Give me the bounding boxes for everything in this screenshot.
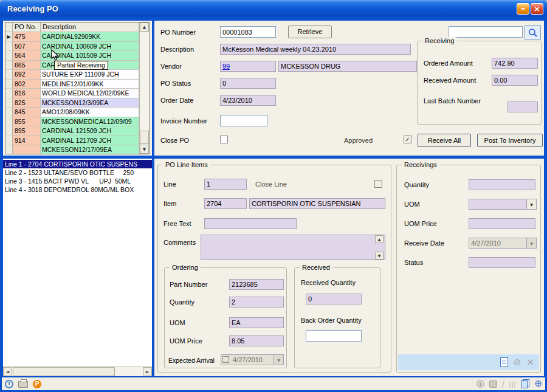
printer-icon[interactable] [18, 381, 28, 388]
comments-scroll-down-button[interactable]: ▼ [375, 252, 384, 260]
receivings-uom-price-field[interactable] [469, 218, 535, 229]
invoice-number-input[interactable] [220, 115, 267, 126]
po-no-cell[interactable]: 802 [13, 80, 41, 89]
po-no-cell[interactable]: 825 [13, 98, 41, 108]
po-no-column-header[interactable]: PO No. [13, 22, 41, 32]
po-no-cell[interactable] [13, 145, 41, 154]
po-no-cell[interactable]: 845 [13, 108, 41, 117]
grid-row[interactable]: MCKESSON12/17/09EA [5, 145, 139, 154]
save-record-icon[interactable] [500, 357, 508, 367]
receivings-uom-dropdown-icon[interactable]: ▼ [526, 199, 536, 209]
line-list-item[interactable]: Line 3 - 1415 BACIT PWD VL UPJ 50ML [3, 177, 152, 185]
po-no-cell[interactable]: 692 [13, 70, 41, 80]
info-icon[interactable]: i [476, 380, 484, 388]
po-no-cell[interactable]: 895 [13, 126, 41, 136]
po-no-cell[interactable]: 855 [13, 117, 41, 127]
po-number-input[interactable] [220, 26, 276, 38]
grid-row[interactable]: 845AMO12/08/09KK [5, 108, 139, 117]
description-column-header[interactable]: Description [41, 22, 139, 32]
grid-row[interactable]: 507CARDINAL 100609 JCH [5, 42, 139, 52]
post-to-inventory-button[interactable]: Post To Inventory [477, 134, 543, 147]
grid-row[interactable]: 825MCKESSON12/3/09EA [5, 98, 139, 108]
close-line-checkbox[interactable] [374, 180, 382, 188]
free-text-field[interactable] [204, 218, 297, 229]
description-cell[interactable]: MCKESSON12/3/09EA [41, 98, 139, 108]
p-badge-icon[interactable]: P [33, 380, 41, 388]
grid-row[interactable]: 914CARDINAL 121709 JCH [5, 136, 139, 146]
close-icon: × [534, 4, 540, 13]
po-no-cell[interactable]: 665 [13, 61, 41, 70]
description-cell[interactable]: MEDLINE12/01/09KK [41, 80, 139, 89]
vendor-name-field[interactable]: MCKESSON DRUG [278, 61, 417, 72]
po-no-cell[interactable]: 816 [13, 89, 41, 98]
receive-date-dropdown-icon[interactable]: ▼ [526, 238, 536, 248]
grid-row[interactable]: 802MEDLINE12/01/09KK [5, 80, 139, 89]
po-no-cell[interactable]: 475 [13, 32, 41, 42]
po-no-cell[interactable]: 564 [13, 51, 41, 61]
delete-icon[interactable]: × [526, 358, 534, 367]
back-order-quantity-input[interactable] [306, 330, 362, 342]
expected-arrival-combo[interactable]: 4/27/2010 ▼ [221, 354, 284, 365]
line-field: 1 [204, 179, 247, 190]
description-cell[interactable]: CARDINAL 100609 JCH [41, 42, 139, 52]
description-cell[interactable]: CARDINAL 101509 JCH [41, 51, 139, 61]
comments-field[interactable] [201, 235, 385, 260]
line-list-item[interactable]: Line 1 - 2704 CORTISPORIN OTIC SUSPENS [3, 160, 152, 168]
scroll-right-button[interactable]: ► [143, 367, 152, 376]
row-marker [5, 136, 13, 146]
description-cell[interactable]: AMO12/08/09KK [41, 108, 139, 117]
comments-scroll-up-button[interactable]: ▲ [375, 235, 384, 243]
cancel-icon[interactable]: ⊘ [514, 358, 521, 367]
description-cell[interactable]: SUTURE EXP 111009 JCH [41, 70, 139, 80]
copy-records-icon[interactable] [521, 379, 529, 388]
scroll-left-button[interactable]: ◄ [3, 367, 12, 376]
po-grid-table: PO No. Description ▶475CARDINAL92909KK50… [5, 22, 139, 154]
grid-row[interactable]: 692SUTURE EXP 111009 JCH [5, 70, 139, 80]
grid-row[interactable]: 816WORLD MEDICAL12/02/09KE [5, 89, 139, 98]
clock-icon[interactable] [5, 380, 13, 388]
scroll-up-button[interactable]: ▲ [140, 22, 149, 32]
receivings-uom-combo[interactable]: ▼ [469, 199, 537, 210]
grid-row[interactable]: ▶475CARDINAL92909KK [5, 32, 139, 42]
description-cell[interactable]: CARDINAL 121709 JCH [41, 136, 139, 146]
description-cell[interactable]: WORLD MEDICAL12/02/09KE [41, 89, 139, 98]
approved-checkbox[interactable]: ✓ [404, 136, 411, 143]
vendor-code-field[interactable]: 99 [220, 61, 276, 72]
description-cell[interactable]: MCKESSON12/17/09EA [41, 145, 139, 154]
minimize-button[interactable]: ▬ [517, 3, 529, 15]
free-text-label: Free Text [163, 220, 191, 227]
search-input[interactable] [449, 26, 523, 38]
description-cell[interactable]: MCKESSONMEDICAL12/09/09 [41, 117, 139, 127]
description-cell[interactable]: CARDINAL92909KK [41, 32, 139, 42]
grid-vertical-scrollbar[interactable]: ▲ ▼ [139, 22, 149, 154]
receivings-uom-label: UOM [404, 201, 420, 208]
close-button[interactable]: × [531, 3, 543, 15]
po-grid: PO No. Description ▶475CARDINAL92909KK50… [5, 22, 150, 154]
line-list-item[interactable]: Line 2 - 1523 ULTANE/SEVO BOTTLE 250 [3, 168, 152, 177]
po-line-items-title: PO Line Items [163, 161, 210, 168]
close-po-checkbox[interactable] [220, 136, 228, 143]
grid-row[interactable]: 895CARDINAL 121509 JCH [5, 126, 139, 136]
expected-arrival-checkbox[interactable] [222, 356, 229, 363]
description-field[interactable]: McKesson Medical weekly 04.23.2010 [220, 44, 411, 55]
receivings-quantity-field[interactable] [469, 179, 535, 190]
po-form-panel: PO Number Retrieve Description McKesson … [154, 21, 544, 156]
window-title: Receiving PO [4, 4, 58, 13]
expected-arrival-dropdown-icon[interactable]: ▼ [274, 355, 283, 365]
receive-all-button[interactable]: Receive All [418, 134, 471, 147]
list-horizontal-scrollbar[interactable]: ◄ ► [3, 366, 152, 376]
retrieve-button[interactable]: Retrieve [288, 26, 332, 38]
po-no-cell[interactable]: 507 [13, 42, 41, 52]
network-globe-icon[interactable]: ⊕ [534, 379, 542, 388]
scroll-thumb[interactable] [140, 131, 149, 144]
scroll-down-button[interactable]: ▼ [140, 145, 149, 154]
description-cell[interactable]: CARDINAL 121509 JCH [41, 126, 139, 136]
receive-date-combo[interactable]: 4/27/2010 ▼ [469, 238, 537, 249]
vendor-code-link[interactable]: 99 [222, 63, 230, 70]
grid-row[interactable]: 564CARDINAL 101509 JCH [5, 51, 139, 61]
grid-row[interactable]: 855MCKESSONMEDICAL12/09/09 [5, 117, 139, 127]
hscroll-thumb[interactable] [13, 367, 115, 376]
search-button[interactable] [525, 25, 541, 40]
po-no-cell[interactable]: 914 [13, 136, 41, 146]
line-list-item[interactable]: Line 4 - 3018 DEPOMEDROL 80MG/ML BOX [3, 185, 152, 194]
